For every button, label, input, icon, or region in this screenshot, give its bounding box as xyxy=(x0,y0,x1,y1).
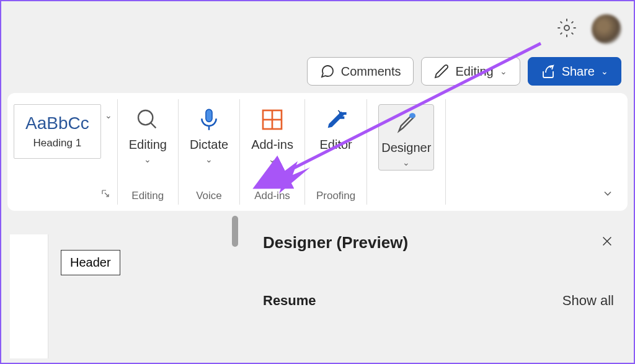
chevron-down-icon: ⌄ xyxy=(601,66,608,76)
header-section-label[interactable]: Header xyxy=(61,250,120,275)
search-icon xyxy=(135,107,160,132)
dictate-button[interactable]: Dictate ⌄ xyxy=(190,104,228,164)
style-name: Heading 1 xyxy=(25,137,89,149)
designer-button[interactable]: Designer ⌄ xyxy=(378,104,434,171)
svg-rect-3 xyxy=(206,109,212,122)
svg-point-9 xyxy=(409,113,415,118)
dialog-launcher-icon[interactable] xyxy=(101,189,110,200)
designer-section-resume: Resume xyxy=(263,293,316,309)
editing-mode-button[interactable]: Editing ⌄ xyxy=(421,57,520,86)
ribbon: AaBbCc Heading 1 ⌄ Editing ⌄ Editing xyxy=(7,93,628,211)
designer-pane: Designer (Preview) Resume Show all xyxy=(243,216,634,364)
share-icon xyxy=(541,64,556,79)
chevron-down-icon: ⌄ xyxy=(144,154,151,164)
chevron-down-icon: ⌄ xyxy=(269,154,276,164)
svg-line-2 xyxy=(151,123,156,128)
addins-button[interactable]: Add-ins ⌄ xyxy=(251,104,293,164)
group-label-voice: Voice xyxy=(196,190,222,202)
designer-pane-title: Designer (Preview) xyxy=(263,233,408,252)
style-sample: AaBbCc xyxy=(25,113,89,133)
share-button[interactable]: Share ⌄ xyxy=(528,57,621,86)
addins-icon xyxy=(260,107,285,132)
document-page[interactable] xyxy=(10,234,48,358)
heading-style[interactable]: AaBbCc Heading 1 xyxy=(14,104,101,159)
close-icon[interactable] xyxy=(600,234,614,252)
svg-point-1 xyxy=(138,110,153,125)
group-label-editing: Editing xyxy=(131,190,164,202)
document-pane: Header xyxy=(1,216,243,364)
show-all-link[interactable]: Show all xyxy=(562,293,614,309)
designer-icon xyxy=(394,110,419,135)
comment-icon xyxy=(320,64,335,79)
chevron-down-icon: ⌄ xyxy=(402,158,410,167)
editing-label: Editing xyxy=(455,64,493,79)
editing-find-button[interactable]: Editing ⌄ xyxy=(129,104,167,164)
scrollbar-thumb[interactable] xyxy=(232,216,238,247)
pencil-icon xyxy=(434,64,449,79)
comments-button[interactable]: Comments xyxy=(307,57,414,86)
microphone-icon xyxy=(197,107,221,132)
chevron-down-icon: ⌄ xyxy=(205,154,213,164)
styles-dropdown[interactable]: ⌄ xyxy=(101,104,116,166)
settings-icon[interactable] xyxy=(557,18,577,40)
avatar[interactable] xyxy=(592,14,621,44)
editor-icon xyxy=(324,107,349,132)
editor-button[interactable]: Editor xyxy=(319,104,352,152)
chevron-down-icon: ⌄ xyxy=(500,66,507,76)
svg-point-0 xyxy=(564,25,569,30)
comments-label: Comments xyxy=(341,64,401,79)
chevron-down-icon: ⌄ xyxy=(105,110,112,120)
group-label-proofing: Proofing xyxy=(316,190,355,202)
share-label: Share xyxy=(562,64,595,79)
ribbon-collapse-button[interactable] xyxy=(602,187,614,202)
group-label-addins: Add-ins xyxy=(254,190,290,202)
